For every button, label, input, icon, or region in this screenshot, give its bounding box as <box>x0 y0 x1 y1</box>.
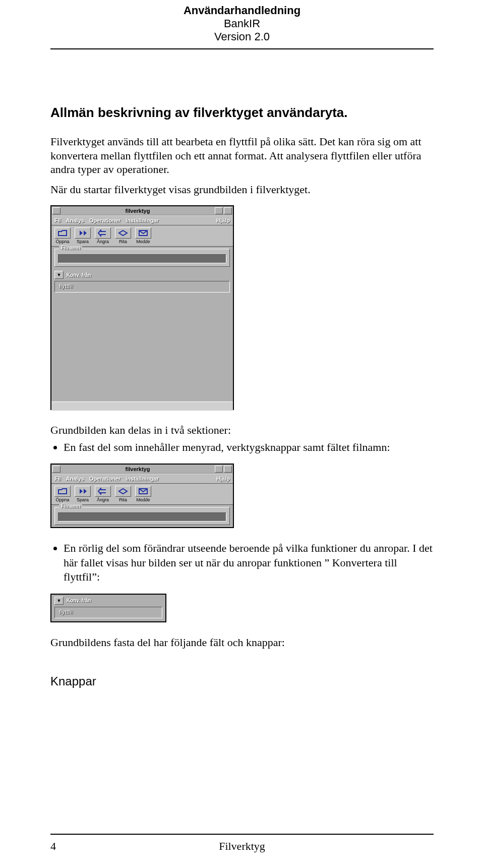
filnamn-group: Filnamn <box>54 249 230 267</box>
toolbar: Öppna Spara Ångra Rita Medde <box>51 484 233 505</box>
toolbar: Öppna Spara Ångra Rita Medde <box>51 225 233 247</box>
header-version: Version 2.0 <box>50 30 434 43</box>
toolbar-save-button[interactable]: Spara <box>73 226 93 245</box>
konv-row: ▼ Konv. från <box>51 269 233 280</box>
save-icon <box>75 486 91 497</box>
page-content: Allmän beskrivning av filverktyget använ… <box>50 49 434 834</box>
bullet-list: En rörlig del som förändrar utseende ber… <box>50 541 434 585</box>
save-icon <box>75 227 91 239</box>
menu-hjalp[interactable]: Hjälp <box>216 217 230 223</box>
filnamn-input[interactable] <box>58 254 226 263</box>
toolbar-undo-button[interactable]: Ångra <box>93 226 113 245</box>
window-titlebar: filverktyg <box>51 465 233 474</box>
figure-header-section: filverktyg Fil Analys Operationer Instäl… <box>50 464 234 528</box>
konv-dropdown-button[interactable]: ▼ <box>54 597 64 605</box>
paragraph: Grundbildens fasta del har följande fält… <box>50 635 434 650</box>
filetype-box: flyttfil <box>54 281 230 293</box>
undo-icon <box>95 486 111 497</box>
subsection-title: Knappar <box>50 674 434 688</box>
menu-installningar[interactable]: Inställningar <box>126 217 158 223</box>
message-icon <box>135 486 151 497</box>
window-title: filverktyg <box>62 208 214 214</box>
svg-marker-4 <box>58 489 67 494</box>
header-product: BankIR <box>50 17 434 30</box>
draw-icon <box>115 227 131 239</box>
menu-bar: Fil Analys Operationer Inställningar Hjä… <box>51 215 233 225</box>
toolbar-label: Rita <box>119 497 127 502</box>
page-header: Användarhandledning BankIR Version 2.0 <box>50 0 434 49</box>
open-icon <box>54 486 71 497</box>
menu-analys[interactable]: Analys <box>66 476 84 482</box>
maximize-button[interactable] <box>224 466 232 473</box>
status-bar <box>51 401 233 411</box>
toolbar-label: Ångra <box>97 239 109 244</box>
footer-center: Filverktyg <box>50 840 434 853</box>
menu-operationer[interactable]: Operationer <box>89 476 120 482</box>
paragraph: Filverktyget används till att bearbeta e… <box>50 135 434 177</box>
menu-bar: Fil Analys Operationer Inställningar Hjä… <box>51 474 233 484</box>
maximize-button[interactable] <box>224 207 232 214</box>
draw-icon <box>115 486 131 497</box>
toolbar-label: Rita <box>119 239 127 244</box>
svg-marker-2 <box>84 230 87 236</box>
menu-analys[interactable]: Analys <box>66 217 84 223</box>
toolbar-label: Ångra <box>97 497 109 502</box>
figure-full-window: filverktyg Fil Analys Operationer Instäl… <box>50 205 234 410</box>
toolbar-draw-button[interactable]: Rita <box>113 485 133 503</box>
header-title: Användarhandledning <box>50 4 434 17</box>
konv-row: ▼ Konv. från <box>51 595 165 606</box>
minimize-button[interactable] <box>215 207 223 214</box>
svg-marker-0 <box>58 230 67 236</box>
system-menu-button[interactable] <box>52 466 60 473</box>
toolbar-label: Spara <box>77 497 89 502</box>
undo-icon <box>95 227 111 239</box>
filetype-box: flyttfil <box>54 607 162 618</box>
window-titlebar: filverktyg <box>51 206 233 215</box>
menu-fil[interactable]: Fil <box>54 217 61 223</box>
window-title: filverktyg <box>62 466 214 472</box>
toolbar-open-button[interactable]: Öppna <box>52 485 73 503</box>
toolbar-label: Spara <box>77 239 89 244</box>
message-icon <box>135 227 151 239</box>
paragraph: Grundbilden kan delas in i två sektioner… <box>50 423 434 437</box>
open-icon <box>54 227 71 239</box>
minimize-button[interactable] <box>215 466 223 473</box>
menu-fil[interactable]: Fil <box>54 476 61 482</box>
toolbar-label: Öppna <box>55 497 69 502</box>
svg-marker-1 <box>80 230 83 236</box>
filnamn-label: Filnamn <box>59 245 82 251</box>
toolbar-message-button[interactable]: Medde <box>133 485 153 503</box>
filnamn-input[interactable] <box>58 512 226 522</box>
list-item: En fast del som innehåller menyrad, verk… <box>64 440 434 455</box>
menu-hjalp[interactable]: Hjälp <box>216 476 230 482</box>
konv-dropdown-button[interactable]: ▼ <box>54 271 64 279</box>
toolbar-message-button[interactable]: Medde <box>133 226 153 245</box>
toolbar-open-button[interactable]: Öppna <box>52 226 73 245</box>
svg-marker-5 <box>80 489 83 494</box>
konv-label: Konv. från <box>67 598 91 603</box>
filnamn-label: Filnamn <box>59 503 82 509</box>
paragraph: När du startar filverktyget visas grundb… <box>50 183 434 197</box>
toolbar-label: Medde <box>136 239 150 244</box>
toolbar-label: Medde <box>136 497 150 502</box>
svg-marker-6 <box>84 489 87 494</box>
toolbar-label: Öppna <box>55 239 69 244</box>
page-footer: 4 Filverktyg <box>50 834 434 868</box>
filnamn-group: Filnamn <box>54 507 230 525</box>
filetype-value: flyttfil <box>59 609 158 615</box>
figure-konv-section: ▼ Konv. från flyttfil <box>50 594 166 622</box>
toolbar-undo-button[interactable]: Ångra <box>93 485 113 503</box>
filetype-value: flyttfil <box>59 283 225 289</box>
toolbar-save-button[interactable]: Spara <box>73 485 93 503</box>
menu-installningar[interactable]: Inställningar <box>126 476 158 482</box>
window-body <box>51 296 233 401</box>
list-item: En rörlig del som förändrar utseende ber… <box>64 541 434 585</box>
konv-label: Konv. från <box>67 272 91 278</box>
system-menu-button[interactable] <box>52 207 60 214</box>
bullet-list: En fast del som innehåller menyrad, verk… <box>50 440 434 455</box>
menu-operationer[interactable]: Operationer <box>89 217 120 223</box>
toolbar-draw-button[interactable]: Rita <box>113 226 133 245</box>
section-title: Allmän beskrivning av filverktyget använ… <box>50 105 434 121</box>
